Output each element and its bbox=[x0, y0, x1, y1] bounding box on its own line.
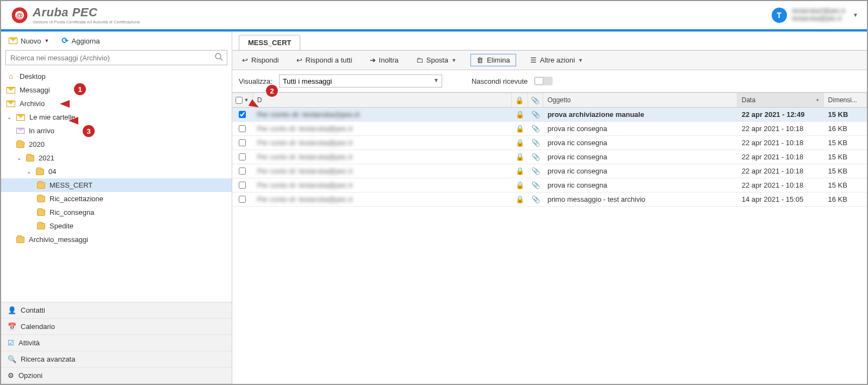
tree-desktop[interactable]: ⌂ Desktop bbox=[1, 70, 232, 83]
row-checkbox[interactable] bbox=[239, 153, 246, 160]
refresh-label: Aggiorna bbox=[72, 37, 100, 45]
tree-lemiecartelle[interactable]: ⌄ Le mie cartelle bbox=[1, 110, 232, 124]
check-icon: ☑ bbox=[8, 339, 14, 347]
chevron-down-icon[interactable]: ⌄ bbox=[26, 169, 32, 175]
row-size: 16 KB bbox=[828, 195, 847, 203]
nav-attivita[interactable]: ☑Attività bbox=[1, 335, 232, 351]
chevron-down-icon[interactable]: ⌄ bbox=[16, 155, 22, 161]
message-row[interactable]: Per conto di: testaruba@pec.it🔒📎prova ar… bbox=[232, 108, 867, 122]
callout-3: 3 bbox=[83, 125, 95, 137]
reply-icon: ↩ bbox=[242, 56, 248, 64]
content-pane: MESS_CERT ↩Rispondi ↩Rispondi a tutti ➔I… bbox=[232, 32, 867, 384]
menu-icon: ☰ bbox=[530, 56, 537, 64]
gear-icon: ⚙ bbox=[8, 371, 14, 380]
nav-calendario[interactable]: 📅Calendario bbox=[1, 319, 232, 335]
row-size: 15 KB bbox=[828, 110, 848, 119]
hide-receipts-toggle[interactable] bbox=[534, 77, 553, 85]
row-date: 22 apr 2021 - 12:49 bbox=[742, 110, 805, 119]
reply-button[interactable]: ↩Rispondi bbox=[239, 54, 282, 66]
row-date: 22 apr 2021 - 10:18 bbox=[742, 153, 803, 161]
more-actions-button[interactable]: ☰Altre azioni▼ bbox=[527, 54, 586, 66]
message-row[interactable]: Per conto di: testaruba@pec.it🔒📎prova ri… bbox=[232, 150, 867, 164]
row-from: Per conto di: testaruba@pec.it bbox=[257, 110, 359, 119]
brand-logo: @ Aruba PEC Gestore di Posta Certificata… bbox=[10, 5, 140, 25]
row-checkbox[interactable] bbox=[239, 182, 246, 189]
row-subject: prova ric consegna bbox=[548, 153, 607, 161]
search-icon: 🔍 bbox=[8, 355, 16, 363]
reply-all-button[interactable]: ↩Rispondi a tutti bbox=[293, 54, 356, 66]
message-row[interactable]: Per conto di: testaruba@pec.it🔒📎prova ri… bbox=[232, 178, 867, 192]
nav-ricerca[interactable]: 🔍Ricerca avanzata bbox=[1, 351, 232, 368]
row-checkbox[interactable] bbox=[239, 139, 246, 146]
refresh-button[interactable]: ⟳ Aggiorna bbox=[61, 36, 100, 46]
row-from: Per conto di: testaruba@pec.it bbox=[257, 181, 352, 189]
message-row[interactable]: Per conto di: testaruba@pec.it🔒📎primo me… bbox=[232, 192, 867, 207]
nav-label: Attività bbox=[18, 339, 40, 347]
search-icon[interactable] bbox=[214, 52, 224, 64]
paperclip-icon: 📎 bbox=[531, 181, 540, 189]
row-subject: primo messaggio - test archivio bbox=[548, 195, 646, 203]
col-size[interactable]: Dimensi... bbox=[824, 93, 867, 107]
forward-button[interactable]: ➔Inoltra bbox=[367, 54, 402, 66]
user-line1: testaruba2@pec.it bbox=[792, 8, 846, 15]
svg-point-3 bbox=[215, 53, 221, 59]
svg-line-4 bbox=[220, 58, 222, 60]
nav-opzioni[interactable]: ⚙Opzioni bbox=[1, 368, 232, 384]
message-row[interactable]: Per conto di: testaruba@pec.it🔒📎prova ri… bbox=[232, 122, 867, 136]
tree-inarrivo[interactable]: In arrivo bbox=[1, 124, 232, 138]
sort-desc-icon: ▾ bbox=[816, 97, 819, 103]
tree-ricacc[interactable]: Ric_accettazione bbox=[1, 192, 232, 206]
tab-messcert[interactable]: MESS_CERT bbox=[239, 35, 300, 50]
tree-label: Archivio_messaggi bbox=[29, 235, 88, 244]
paperclip-icon: 📎 bbox=[531, 139, 540, 147]
row-subject: prova ric consegna bbox=[548, 125, 607, 133]
row-size: 16 KB bbox=[828, 125, 847, 133]
row-size: 15 KB bbox=[828, 139, 847, 147]
user-menu[interactable]: T testaruba2@pec.it testaruba@pec.it ▼ bbox=[772, 8, 858, 23]
folder-tree: ⌂ Desktop Messaggi Archivio ⌄ Le mie car… bbox=[1, 70, 232, 246]
row-checkbox[interactable] bbox=[239, 125, 246, 132]
row-size: 15 KB bbox=[828, 167, 847, 175]
home-icon: ⌂ bbox=[7, 73, 15, 80]
tree-04[interactable]: ⌄ 04 bbox=[1, 165, 232, 178]
chevron-down-icon[interactable]: ▼ bbox=[244, 97, 249, 103]
folder-icon bbox=[26, 155, 34, 162]
btn-label: Altre azioni bbox=[540, 56, 575, 64]
row-from: Per conto di: testaruba@pec.it bbox=[257, 139, 352, 147]
col-lock[interactable]: 🔒 bbox=[512, 93, 528, 107]
row-checkbox[interactable] bbox=[239, 196, 246, 203]
row-subject: prova ric consegna bbox=[548, 167, 607, 175]
row-checkbox[interactable] bbox=[239, 167, 246, 175]
message-row[interactable]: Per conto di: testaruba@pec.it🔒📎prova ri… bbox=[232, 136, 867, 150]
chevron-down-icon: ▼ bbox=[451, 58, 456, 63]
callout-2: 2 bbox=[266, 85, 278, 97]
tree-archivio[interactable]: Archivio bbox=[1, 97, 232, 110]
chevron-down-icon[interactable]: ⌄ bbox=[7, 114, 12, 120]
arrow-icon bbox=[60, 100, 70, 108]
col-label: Oggetto bbox=[548, 96, 571, 104]
lock-icon: 🔒 bbox=[515, 96, 524, 104]
delete-button[interactable]: 🗑Elimina bbox=[470, 54, 516, 66]
tree-messaggi[interactable]: Messaggi bbox=[1, 83, 232, 97]
tree-messcert[interactable]: MESS_CERT bbox=[1, 178, 232, 192]
col-date[interactable]: Data▾ bbox=[737, 93, 824, 107]
move-button[interactable]: 🗀Sposta▼ bbox=[413, 54, 460, 66]
reply-all-icon: ↩ bbox=[296, 56, 302, 64]
message-row[interactable]: Per conto di: testaruba@pec.it🔒📎prova ri… bbox=[232, 164, 867, 178]
tree-2020[interactable]: 2020 bbox=[1, 138, 232, 151]
search-input[interactable] bbox=[5, 50, 227, 65]
tree-2021[interactable]: ⌄ 2021 bbox=[1, 151, 232, 165]
col-attach[interactable]: 📎 bbox=[528, 93, 543, 107]
col-from[interactable]: D bbox=[253, 93, 512, 107]
new-button[interactable]: Nuovo ▼ bbox=[9, 37, 49, 45]
view-select[interactable]: Tutti i messaggi bbox=[279, 74, 442, 88]
tree-riccon[interactable]: Ric_consegna bbox=[1, 206, 232, 219]
nav-contatti[interactable]: 👤Contatti bbox=[1, 302, 232, 319]
tree-archivio-messaggi[interactable]: Archivio_messaggi bbox=[1, 233, 232, 246]
row-checkbox[interactable] bbox=[239, 111, 246, 118]
btn-label: Rispondi a tutti bbox=[306, 56, 352, 64]
tree-spedite[interactable]: Spedite bbox=[1, 219, 232, 233]
col-subject[interactable]: Oggetto bbox=[543, 93, 737, 107]
btn-label: Inoltra bbox=[379, 56, 399, 64]
select-all-checkbox[interactable] bbox=[235, 97, 243, 104]
